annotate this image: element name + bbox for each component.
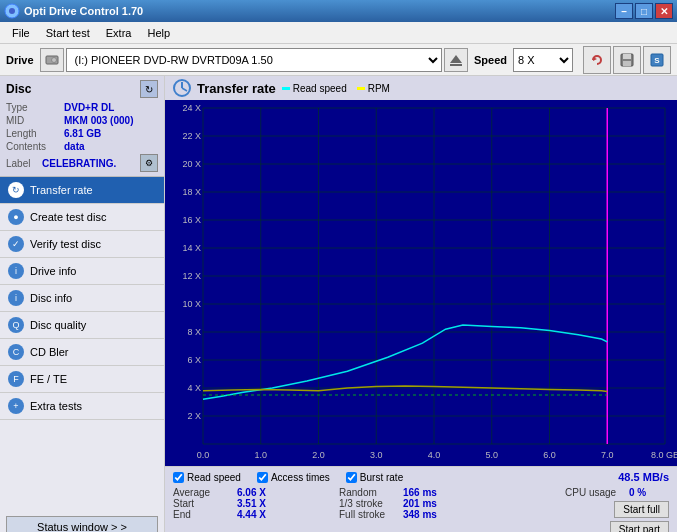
legend-read-speed-dot [282, 87, 290, 90]
drive-icon-btn[interactable] [40, 48, 64, 72]
stats-area: Read speed Access times Burst rate 48.5 … [165, 466, 677, 532]
nav-fe-te[interactable]: F FE / TE [0, 366, 164, 393]
stats-col2: Random 166 ms 1/3 stroke 201 ms Full str… [339, 487, 503, 532]
save-button[interactable] [613, 46, 641, 74]
window-controls: – □ ✕ [615, 3, 673, 19]
titlebar: Opti Drive Control 1.70 – □ ✕ [0, 0, 677, 22]
nav-create-test-disc[interactable]: ● Create test disc [0, 204, 164, 231]
nav-disc-quality[interactable]: Q Disc quality [0, 312, 164, 339]
create-test-disc-icon: ● [8, 209, 24, 225]
start-full-button[interactable]: Start full [614, 501, 669, 518]
eject-button[interactable] [444, 48, 468, 72]
transfer-rate-icon: ↻ [8, 182, 24, 198]
drivebar: Drive (I:) PIONEER DVD-RW DVRTD09A 1.50 … [0, 44, 677, 76]
minimize-button[interactable]: – [615, 3, 633, 19]
stats-col1: Average 6.06 X Start 3.51 X End 4.44 X [173, 487, 337, 532]
legend-rpm-dot [357, 87, 365, 90]
main-container: Disc ↻ Type DVD+R DL MID MKM 003 (000) L… [0, 76, 677, 532]
chart-legend: Read speed RPM [282, 83, 390, 94]
chart-canvas [165, 100, 677, 466]
refresh-button[interactable] [583, 46, 611, 74]
burst-rate-checkbox[interactable] [346, 472, 357, 483]
stat-random: Random 166 ms [339, 487, 503, 498]
svg-rect-8 [623, 54, 631, 59]
legend-read-speed: Read speed [282, 83, 347, 94]
access-times-checkbox[interactable] [257, 472, 268, 483]
svg-text:S: S [654, 56, 660, 65]
nav-cd-bler[interactable]: C CD Bler [0, 339, 164, 366]
disc-info-icon: i [8, 290, 24, 306]
start-part-button[interactable]: Start part [610, 521, 669, 532]
stat-average: Average 6.06 X [173, 487, 337, 498]
read-speed-checkbox[interactable] [173, 472, 184, 483]
speed-label: Speed [474, 54, 507, 66]
menu-start-test[interactable]: Start test [38, 25, 98, 41]
stat-one-third: 1/3 stroke 201 ms [339, 498, 503, 509]
menubar: File Start test Extra Help [0, 22, 677, 44]
checkbox-read-speed[interactable]: Read speed [173, 472, 241, 483]
disc-length-value: 6.81 GB [64, 128, 101, 139]
cd-bler-icon: C [8, 344, 24, 360]
nav-drive-info[interactable]: i Drive info [0, 258, 164, 285]
stat-cpu: CPU usage 0 % [565, 487, 669, 498]
disc-length-label: Length [6, 128, 64, 139]
stat-start: Start 3.51 X [173, 498, 337, 509]
nav-verify-test-disc[interactable]: ✓ Verify test disc [0, 231, 164, 258]
status-window-btn[interactable]: Status window > > [6, 516, 158, 532]
disc-label-label: Label [6, 158, 42, 169]
chart-title: Transfer rate [197, 81, 276, 96]
disc-mid-value: MKM 003 (000) [64, 115, 133, 126]
menu-help[interactable]: Help [139, 25, 178, 41]
svg-point-1 [9, 8, 15, 14]
svg-rect-9 [623, 61, 631, 66]
svg-rect-5 [450, 64, 462, 66]
nav-transfer-rate[interactable]: ↻ Transfer rate [0, 177, 164, 204]
stat-end: End 4.44 X [173, 509, 337, 520]
export-button[interactable]: S [643, 46, 671, 74]
disc-panel: Disc ↻ Type DVD+R DL MID MKM 003 (000) L… [0, 76, 164, 177]
disc-contents-label: Contents [6, 141, 64, 152]
stat-full-stroke: Full stroke 348 ms [339, 509, 503, 520]
speed-select[interactable]: 8 X [513, 48, 573, 72]
drive-info-icon: i [8, 263, 24, 279]
disc-type-value: DVD+R DL [64, 102, 114, 113]
disc-quality-icon: Q [8, 317, 24, 333]
stats-col3: CPU usage 0 % Start full Start part [505, 487, 669, 532]
disc-refresh-btn[interactable]: ↻ [140, 80, 158, 98]
drive-label: Drive [6, 54, 34, 66]
app-icon [4, 3, 20, 19]
nav-extra-tests[interactable]: + Extra tests [0, 393, 164, 420]
sidebar: Disc ↻ Type DVD+R DL MID MKM 003 (000) L… [0, 76, 165, 532]
disc-mid-label: MID [6, 115, 64, 126]
verify-test-disc-icon: ✓ [8, 236, 24, 252]
svg-point-3 [51, 57, 56, 62]
checkboxes-row: Read speed Access times Burst rate 48.5 … [173, 471, 669, 483]
app-title: Opti Drive Control 1.70 [24, 5, 615, 17]
legend-rpm: RPM [357, 83, 390, 94]
burst-rate-value: 48.5 MB/s [618, 471, 669, 483]
maximize-button[interactable]: □ [635, 3, 653, 19]
nav-disc-info[interactable]: i Disc info [0, 285, 164, 312]
chart-icon [173, 79, 191, 97]
disc-contents-value: data [64, 141, 85, 152]
chart-wrapper [165, 100, 677, 466]
disc-type-label: Type [6, 102, 64, 113]
fe-te-icon: F [8, 371, 24, 387]
disc-title: Disc [6, 82, 31, 96]
extra-tests-icon: + [8, 398, 24, 414]
menu-extra[interactable]: Extra [98, 25, 140, 41]
toolbar-icons: S [583, 46, 671, 74]
svg-marker-4 [450, 55, 462, 63]
disc-label-btn[interactable]: ⚙ [140, 154, 158, 172]
checkbox-access-times[interactable]: Access times [257, 472, 330, 483]
disc-label-value: CELEBRATING. [42, 158, 140, 169]
chart-header: Transfer rate Read speed RPM [165, 76, 677, 100]
content-area: Disc ↻ Type DVD+R DL MID MKM 003 (000) L… [0, 76, 677, 532]
checkbox-burst-rate[interactable]: Burst rate [346, 472, 403, 483]
menu-file[interactable]: File [4, 25, 38, 41]
drive-select[interactable]: (I:) PIONEER DVD-RW DVRTD09A 1.50 [66, 48, 442, 72]
close-button[interactable]: ✕ [655, 3, 673, 19]
